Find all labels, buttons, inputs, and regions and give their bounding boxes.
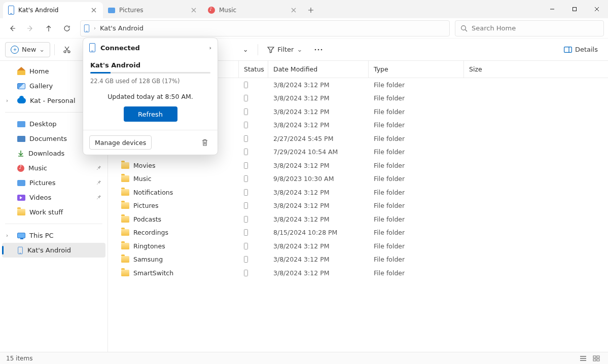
details-view-button[interactable] bbox=[578, 354, 589, 363]
close-window-button[interactable] bbox=[586, 0, 608, 18]
svg-rect-9 bbox=[593, 356, 596, 358]
svg-point-3 bbox=[68, 51, 70, 53]
details-label: Details bbox=[575, 46, 598, 53]
refresh-label: Refresh bbox=[138, 111, 163, 118]
sidebar-item-videos[interactable]: Videos 📌︎ bbox=[2, 190, 105, 205]
close-tab-icon[interactable] bbox=[290, 6, 298, 14]
new-button[interactable]: ＋ New ⌄ bbox=[5, 42, 50, 57]
tab-title: Pictures bbox=[119, 7, 186, 14]
thispc-icon bbox=[17, 233, 25, 238]
back-button[interactable] bbox=[4, 20, 20, 37]
forward-button[interactable] bbox=[22, 20, 39, 37]
search-icon bbox=[460, 25, 468, 32]
plus-icon: ＋ bbox=[11, 46, 19, 54]
table-row[interactable]: Podcasts3/8/2024 3:12 PMFile folder bbox=[108, 212, 608, 226]
search-input[interactable]: Search Home bbox=[455, 20, 604, 37]
new-tab-button[interactable] bbox=[303, 2, 319, 18]
filter-icon bbox=[267, 46, 274, 53]
folder-icon bbox=[121, 270, 129, 276]
table-row[interactable]: Samsung3/8/2024 3:12 PMFile folder bbox=[108, 253, 608, 267]
file-name: Notifications bbox=[133, 189, 173, 196]
table-row[interactable]: Notifications3/8/2024 3:12 PMFile folder bbox=[108, 186, 608, 199]
refresh-button[interactable] bbox=[59, 20, 75, 37]
table-row[interactable]: Recordings8/15/2024 10:28 PMFile folder bbox=[108, 226, 608, 240]
more-button[interactable] bbox=[310, 42, 327, 58]
chevron-right-icon[interactable]: › bbox=[6, 98, 8, 103]
file-name: Samsung bbox=[133, 256, 163, 263]
table-row[interactable]: Pictures3/8/2024 3:12 PMFile folder bbox=[108, 199, 608, 213]
separator bbox=[5, 224, 102, 224]
table-row[interactable]: Ringtones3/8/2024 3:12 PMFile folder bbox=[108, 239, 608, 253]
file-date: 3/8/2024 3:12 PM bbox=[268, 121, 369, 129]
column-header-date[interactable]: Date Modified bbox=[268, 61, 369, 78]
chevron-right-icon[interactable]: › bbox=[6, 233, 8, 238]
file-date: 9/8/2023 10:30 AM bbox=[268, 175, 369, 183]
svg-point-1 bbox=[461, 25, 466, 30]
tab-music[interactable]: Music bbox=[203, 2, 303, 18]
tab-pictures[interactable]: Pictures bbox=[103, 2, 203, 18]
sidebar-item-pictures[interactable]: Pictures 📌︎ bbox=[2, 175, 105, 190]
file-date: 3/8/2024 3:12 PM bbox=[268, 242, 369, 250]
maximize-button[interactable] bbox=[563, 0, 586, 18]
cut-button[interactable] bbox=[59, 42, 75, 58]
flyout-header[interactable]: Connected › bbox=[83, 38, 218, 57]
folder-icon bbox=[121, 256, 129, 263]
file-name: Podcasts bbox=[133, 215, 161, 223]
thumbnails-view-button[interactable] bbox=[591, 354, 602, 363]
phone-status-icon bbox=[244, 189, 248, 196]
phone-status-icon bbox=[244, 95, 248, 101]
tab-kats-android[interactable]: Kat's Android bbox=[3, 2, 103, 18]
file-date: 3/8/2024 3:12 PM bbox=[268, 94, 369, 102]
status-bar: 15 items bbox=[0, 352, 608, 364]
desktop-icon bbox=[17, 121, 25, 127]
table-row[interactable]: SmartSwitch3/8/2024 3:12 PMFile folder bbox=[108, 266, 608, 280]
phone-icon bbox=[18, 246, 23, 253]
chevron-right-icon: › bbox=[94, 25, 96, 31]
column-header-status[interactable]: Status bbox=[239, 61, 268, 78]
videos-icon bbox=[17, 195, 25, 201]
phone-status-icon bbox=[244, 229, 248, 236]
music-icon bbox=[208, 7, 215, 14]
downloads-icon bbox=[17, 150, 24, 157]
sidebar-item-kats-android[interactable]: Kat's Android bbox=[2, 243, 105, 258]
table-row[interactable]: Music9/8/2023 10:30 AMFile folder bbox=[108, 172, 608, 186]
address-bar[interactable]: › Kat's Android bbox=[80, 20, 450, 37]
chevron-down-icon: ⌄ bbox=[39, 46, 45, 53]
sidebar-item-label: Videos bbox=[29, 194, 51, 201]
phone-icon bbox=[89, 43, 95, 52]
sidebar-item-music[interactable]: Music 📌︎ bbox=[2, 161, 105, 175]
file-name: Recordings bbox=[133, 229, 168, 236]
column-header-size[interactable]: Size bbox=[464, 61, 608, 78]
sidebar-item-thispc[interactable]: › This PC bbox=[2, 228, 105, 243]
more-icon bbox=[314, 49, 323, 51]
close-tab-icon[interactable] bbox=[90, 6, 98, 14]
recycle-bin-button[interactable] bbox=[198, 136, 211, 149]
svg-point-7 bbox=[321, 49, 323, 50]
refresh-device-button[interactable]: Refresh bbox=[124, 106, 177, 122]
separator bbox=[54, 44, 55, 55]
sidebar-item-label: Music bbox=[28, 164, 47, 172]
close-tab-icon[interactable] bbox=[190, 6, 198, 14]
breadcrumb[interactable]: Kat's Android bbox=[100, 24, 144, 32]
column-header-type[interactable]: Type bbox=[369, 61, 464, 78]
phone-status-icon bbox=[244, 122, 248, 128]
view-chevron[interactable]: ⌄ bbox=[237, 42, 254, 58]
sidebar-item-label: Pictures bbox=[29, 179, 55, 187]
file-date: 3/8/2024 3:12 PM bbox=[268, 256, 369, 263]
filter-button[interactable]: Filter ⌄ bbox=[262, 42, 307, 57]
phone-status-icon bbox=[244, 216, 248, 223]
details-pane-button[interactable]: Details bbox=[559, 42, 603, 57]
file-name: Movies bbox=[133, 162, 156, 169]
pictures-icon bbox=[17, 180, 25, 186]
sidebar-item-label: Kat's Android bbox=[27, 246, 71, 254]
updated-text: Updated today at 8:50 AM. bbox=[90, 93, 210, 100]
file-date: 3/8/2024 3:12 PM bbox=[268, 189, 369, 196]
up-button[interactable] bbox=[41, 20, 57, 37]
manage-devices-button[interactable]: Manage devices bbox=[89, 135, 152, 150]
table-row[interactable]: Movies3/8/2024 3:12 PMFile folder bbox=[108, 159, 608, 172]
tab-title: Kat's Android bbox=[18, 7, 86, 14]
separator bbox=[258, 44, 258, 55]
svg-rect-8 bbox=[564, 47, 572, 52]
sidebar-item-workstuff[interactable]: Work stuff bbox=[2, 205, 105, 220]
minimize-button[interactable] bbox=[541, 0, 563, 18]
